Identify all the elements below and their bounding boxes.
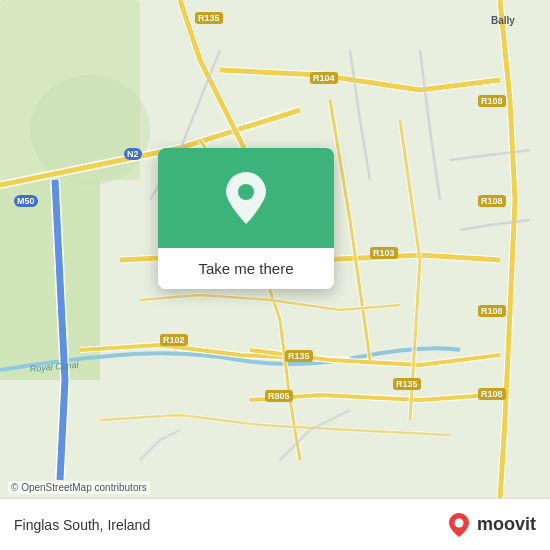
road-badge-R102: R102	[160, 334, 188, 346]
location-label: Finglas South, Ireland	[14, 517, 150, 533]
road-badge-R135-bot2: R135	[393, 378, 421, 390]
road-badge-R104: R104	[310, 72, 338, 84]
road-badge-R805: R805	[265, 390, 293, 402]
road-badge-R108-mid: R108	[478, 195, 506, 207]
svg-point-7	[238, 184, 254, 200]
map-container: Royal Canal R135 R104 R103 R103 R102 R13…	[0, 0, 550, 550]
take-me-there-button[interactable]: Take me there	[158, 248, 334, 289]
svg-point-8	[454, 518, 463, 527]
road-badge-bally: Bally	[488, 14, 518, 27]
pin-icon	[224, 172, 268, 224]
road-badge-R135-top: R135	[195, 12, 223, 24]
moovit-logo-text: moovit	[477, 514, 536, 535]
road-badge-R108-bot: R108	[478, 305, 506, 317]
road-badge-R103-right: R103	[370, 247, 398, 259]
road-badge-R135-bot: R135	[285, 350, 313, 362]
map-attribution: © OpenStreetMap contributors	[8, 481, 150, 494]
road-badge-N2: N2	[124, 148, 142, 160]
road-badge-R108-top: R108	[478, 95, 506, 107]
moovit-logo: moovit	[445, 511, 536, 539]
popup-green-header	[158, 148, 334, 248]
popup-card: Take me there	[158, 148, 334, 289]
moovit-logo-icon	[445, 511, 473, 539]
road-badge-R108-bot2: R108	[478, 388, 506, 400]
road-badge-M50: M50	[14, 195, 38, 207]
bottom-bar: Finglas South, Ireland moovit	[0, 498, 550, 550]
